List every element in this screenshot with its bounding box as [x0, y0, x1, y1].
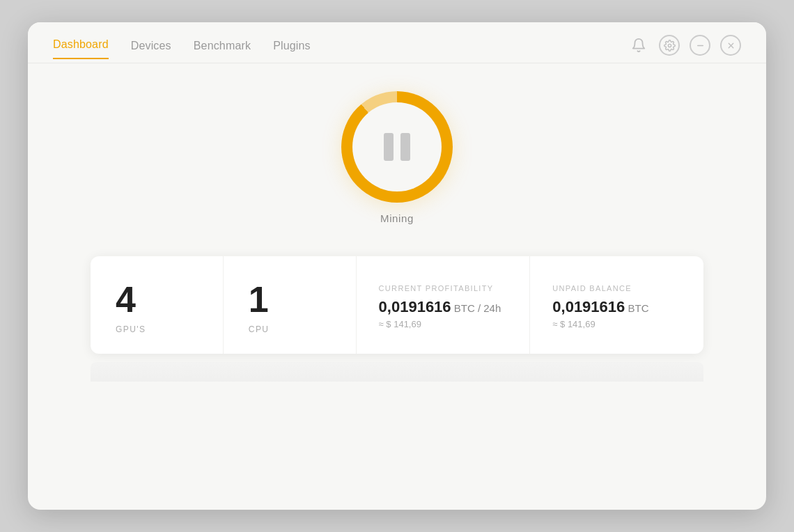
main-content: Mining 4 GPU'S 1 CPU CURRENT PROFITABILI… — [28, 63, 766, 510]
nav-bar: Dashboard Devices Benchmark Plugins — [28, 22, 766, 63]
balance-sub: ≈ $ 141,69 — [552, 319, 595, 329]
profitability-section-label: CURRENT PROFITABILITY — [379, 284, 494, 292]
profitability-sub: ≈ $ 141,69 — [379, 319, 421, 329]
bottom-partial-row — [91, 362, 703, 382]
bell-icon[interactable] — [628, 35, 649, 56]
profitability-unit: BTC / 24h — [451, 302, 501, 314]
svg-point-0 — [668, 44, 671, 47]
nav-item-devices[interactable]: Devices — [131, 40, 171, 59]
balance-section-label: UNPAID BALANCE — [552, 284, 632, 292]
profitability-number: 0,0191616 — [379, 298, 451, 315]
mining-circle-inner — [352, 102, 442, 191]
cpu-value: 1 — [249, 281, 269, 318]
stats-row: 4 GPU'S 1 CPU CURRENT PROFITABILITY 0,01… — [91, 256, 703, 354]
settings-icon[interactable] — [659, 35, 680, 56]
nav-left: Dashboard Devices Benchmark Plugins — [53, 38, 311, 59]
pause-bar-left — [384, 133, 394, 161]
gpus-label: GPU'S — [116, 324, 146, 334]
mining-button-container: Mining — [341, 91, 453, 224]
pause-icon — [384, 133, 410, 161]
stat-card-balance: UNPAID BALANCE 0,0191616 BTC ≈ $ 141,69 — [530, 256, 703, 354]
cpu-label: CPU — [249, 324, 270, 334]
balance-number: 0,0191616 — [552, 298, 625, 315]
app-window: Dashboard Devices Benchmark Plugins — [28, 22, 766, 510]
minimize-icon[interactable] — [690, 35, 710, 56]
gpus-value: 4 — [116, 281, 136, 318]
profitability-value: 0,0191616 BTC / 24h — [379, 298, 501, 316]
stat-card-profitability: CURRENT PROFITABILITY 0,0191616 BTC / 24… — [357, 256, 531, 354]
stat-card-gpus: 4 GPU'S — [91, 256, 224, 354]
nav-item-plugins[interactable]: Plugins — [273, 40, 311, 59]
pause-bar-right — [400, 133, 410, 161]
mining-toggle-button[interactable] — [341, 91, 453, 203]
balance-value: 0,0191616 BTC — [552, 298, 648, 316]
balance-unit: BTC — [625, 302, 648, 314]
stat-card-cpu: 1 CPU — [224, 256, 357, 354]
close-icon[interactable] — [720, 35, 741, 56]
nav-icons — [628, 35, 741, 63]
nav-item-benchmark[interactable]: Benchmark — [194, 40, 251, 59]
mining-label: Mining — [380, 212, 414, 224]
nav-item-dashboard[interactable]: Dashboard — [53, 38, 109, 59]
